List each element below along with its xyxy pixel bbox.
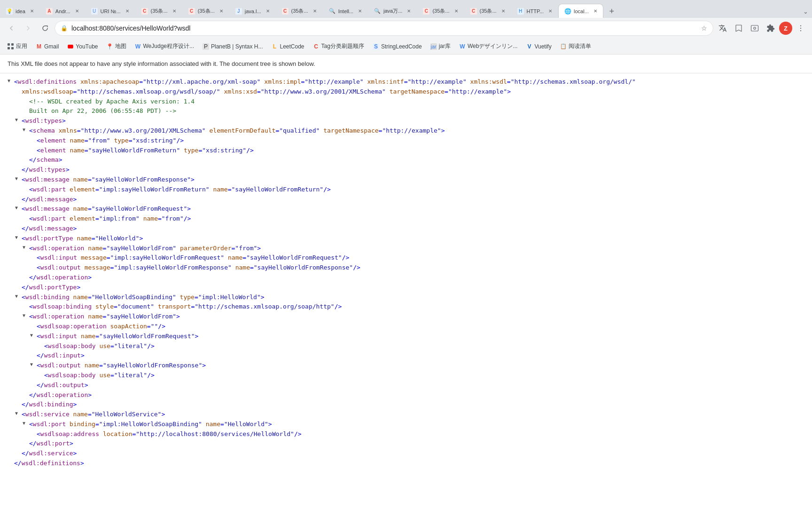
xml-line-content: </wsdl:types>	[22, 165, 70, 175]
xml-line-content: </wsdl:service>	[22, 449, 77, 459]
xml-content[interactable]: ▼<wsdl:definitions xmlns:apachesoap="htt…	[0, 73, 812, 507]
tab-2[interactable]: A Andr... ✕	[40, 4, 85, 18]
toolbar: 🔒 localhost:8080/services/HelloWorld?wsd…	[0, 18, 812, 39]
tab-close-4[interactable]: ✕	[171, 8, 178, 15]
bookmark-wejudge[interactable]: W WeJudge程序设计...	[131, 40, 198, 52]
extensions-button[interactable]	[763, 21, 778, 36]
bookmark-apps[interactable]: 应用	[4, 40, 31, 52]
xml-line-content: <!-- WSDL created by Apache Axis version…	[29, 97, 195, 107]
tab-9[interactable]: 🔍 java万... ✕	[368, 4, 417, 18]
tab-close-5[interactable]: ✕	[218, 8, 225, 15]
profile-button[interactable]: Z	[779, 22, 792, 35]
toggle-icon[interactable]: ▼	[15, 116, 22, 124]
toggle-icon[interactable]: ▼	[15, 175, 22, 183]
xml-line-content: <wsdl:operation name="sayHelloWorldFrom"…	[29, 312, 180, 322]
xml-line-content: <wsdlsoap:operation soapAction=""/>	[37, 322, 165, 332]
bookmark-webdesign[interactable]: W Webデザインリン...	[455, 40, 521, 52]
xml-line-content: </wsdl:operation>	[29, 390, 92, 400]
tab-expand-button[interactable]: ⌄	[799, 5, 812, 18]
xml-line: <wsdl:input message="impl:sayHelloWorldF…	[8, 253, 804, 263]
toggle-icon[interactable]: ▼	[15, 204, 22, 212]
xml-line: <wsdlsoap:operation soapAction=""/>	[8, 322, 804, 332]
svg-rect-0	[751, 25, 758, 31]
star-icon[interactable]: ☆	[701, 24, 707, 32]
toggle-icon[interactable]: ▼	[23, 244, 29, 251]
tab-11[interactable]: C (35条... ✕	[464, 4, 511, 18]
tab-close-2[interactable]: ✕	[73, 8, 81, 15]
bookmark-youtube[interactable]: YouTube	[63, 41, 102, 52]
tab-title-3: URI №...	[101, 8, 121, 14]
tab-close-9[interactable]: ✕	[405, 8, 413, 15]
bookmark-jar[interactable]: jar jar库	[427, 40, 454, 52]
tab-6[interactable]: J java.l... ✕	[229, 4, 276, 18]
forward-button[interactable]	[21, 21, 36, 36]
tab-close-12[interactable]: ✕	[547, 8, 554, 15]
xml-line: </wsdl:service>	[8, 449, 804, 459]
tab-title-7: (35条...	[291, 8, 308, 15]
bookmark-current-button[interactable]	[731, 21, 746, 36]
tab-title-5: (35条...	[198, 8, 215, 15]
xml-line: <wsdl:part element="impl:sayHelloWorldFr…	[8, 185, 804, 195]
tab-close-11[interactable]: ✕	[500, 8, 507, 15]
tab-8[interactable]: 🔍 Intell... ✕	[323, 4, 368, 18]
bookmark-tag[interactable]: C Tag分类刷题顺序	[309, 40, 368, 52]
xml-line: ▼<wsdl:definitions xmlns:apachesoap="htt…	[8, 77, 804, 87]
tab-close-13[interactable]: ✕	[592, 8, 599, 15]
bookmark-youtube-label: YouTube	[76, 43, 98, 50]
toggle-icon[interactable]: ▼	[30, 361, 37, 368]
bookmark-leetcode-label: LeetCode	[280, 43, 304, 50]
svg-point-2	[800, 25, 801, 26]
bookmark-maps-label: 地图	[115, 42, 126, 50]
tab-close-10[interactable]: ✕	[453, 8, 460, 15]
tab-close-1[interactable]: ✕	[28, 8, 36, 15]
toggle-icon[interactable]: ▼	[15, 293, 22, 300]
tab-close-3[interactable]: ✕	[124, 8, 131, 15]
tab-5[interactable]: C (35条... ✕	[182, 4, 229, 18]
address-bar[interactable]: 🔒 localhost:8080/services/HelloWorld?wsd…	[55, 21, 713, 36]
tab-close-6[interactable]: ✕	[264, 8, 272, 15]
xml-line: ▼<wsdl:input name="sayHelloWorldFromRequ…	[8, 332, 804, 341]
screenshot-button[interactable]	[747, 21, 762, 36]
new-tab-button[interactable]: +	[605, 5, 618, 18]
bookmark-vuetify-label: Vuetify	[534, 43, 551, 50]
bookmark-stringleed[interactable]: S StringLeedCode	[369, 41, 426, 52]
tab-favicon-7: C	[282, 8, 289, 15]
xml-line-content: <wsdlsoap:body use="literal"/>	[44, 341, 155, 351]
lock-icon: 🔒	[61, 25, 68, 32]
tab-3[interactable]: U URI №... ✕	[85, 4, 135, 18]
tab-close-7[interactable]: ✕	[311, 8, 319, 15]
back-button[interactable]	[4, 21, 19, 36]
xml-line-content: <wsdl:types>	[22, 116, 66, 126]
bookmark-leetcode[interactable]: L LeetCode	[268, 41, 308, 52]
menu-button[interactable]	[793, 21, 808, 36]
tab-7[interactable]: C (35条... ✕	[276, 4, 323, 18]
toggle-icon[interactable]: ▼	[23, 420, 29, 427]
toggle-icon[interactable]: ▼	[15, 410, 22, 417]
tab-12[interactable]: H HTTP... ✕	[511, 4, 558, 18]
bookmark-readinglist[interactable]: 📋 阅读清单	[556, 40, 595, 52]
bookmark-maps[interactable]: 📍 地图	[103, 40, 130, 52]
toggle-icon[interactable]: ▼	[23, 312, 29, 319]
tab-13[interactable]: 🌐 local... ✕	[558, 4, 603, 18]
bookmark-gmail[interactable]: M Gmail	[32, 41, 62, 52]
xml-line-content: <wsdl:message name="sayHelloWorldFromRes…	[22, 175, 195, 185]
bookmark-planetb[interactable]: P PlanetB | Syntax H...	[199, 41, 267, 52]
tab-1[interactable]: 💡 idea ✕	[0, 4, 40, 18]
xml-line-content: <wsdl:service name="HelloWorldService">	[22, 410, 165, 420]
xml-line: </wsdl:input>	[8, 351, 804, 361]
tab-4[interactable]: C (35条... ✕	[135, 4, 182, 18]
toggle-icon[interactable]: ▼	[15, 234, 22, 241]
tab-close-8[interactable]: ✕	[356, 8, 364, 15]
xml-line-content: </wsdl:message>	[22, 195, 77, 205]
bookmark-planetb-label: PlanetB | Syntax H...	[211, 43, 263, 50]
toggle-icon[interactable]: ▼	[30, 332, 37, 339]
toggle-icon[interactable]: ▼	[23, 126, 29, 134]
reload-button[interactable]	[38, 21, 53, 36]
tab-10[interactable]: C (35条... ✕	[417, 4, 464, 18]
tab-favicon-13: 🌐	[564, 8, 571, 15]
translate-button[interactable]	[715, 21, 730, 36]
xml-line: </wsdl:port>	[8, 439, 804, 449]
tab-title-12: HTTP...	[527, 8, 544, 14]
toggle-icon[interactable]: ▼	[8, 77, 14, 85]
bookmark-vuetify[interactable]: V Vuetify	[522, 41, 555, 52]
